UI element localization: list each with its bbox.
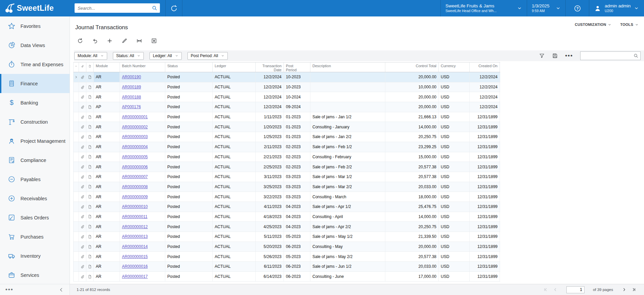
note-cell[interactable] [86,152,94,162]
note-cell[interactable] [86,252,94,261]
note-cell[interactable] [86,82,94,92]
note-cell[interactable] [86,192,94,202]
previous-page-button[interactable] [553,287,558,292]
note-cell[interactable] [86,262,94,271]
time-tracking-button[interactable] [165,0,182,16]
note-cell[interactable] [86,232,94,242]
table-row[interactable]: AR AR000000014 Posted ACTUAL 5/20/2023 0… [73,242,500,252]
sidebar-item[interactable]: Favorites [0,16,70,36]
save-view-icon[interactable] [552,53,558,59]
sidebar-item[interactable]: Receivables [0,189,70,208]
table-row[interactable]: AR AR000000011 Posted ACTUAL 4/18/2023 0… [73,212,500,222]
batch-number-link[interactable]: AR000000012 [122,224,148,229]
batch-number-link[interactable]: AR000190 [122,75,141,79]
batch-number-link[interactable]: AR000000007 [122,174,148,179]
attachment-cell[interactable] [79,212,86,222]
sidebar-item[interactable]: Compliance [0,151,70,170]
batch-number-link[interactable]: AR000189 [122,85,141,89]
filter-chip[interactable]: Post Period: All [187,52,228,60]
table-row[interactable]: AR AR000000008 Posted ACTUAL 3/25/2023 0… [73,182,500,192]
column-header-currency[interactable]: Currency [439,62,470,72]
toolbar-button[interactable] [135,37,143,45]
batch-number-link[interactable]: AR000000014 [122,244,148,249]
business-date-selector[interactable]: 1/3/2025 9:59 AM [527,0,565,16]
attachment-cell[interactable] [79,152,86,162]
table-row[interactable]: AR AR000000004 Posted ACTUAL 2/11/2023 0… [73,142,500,152]
attachment-cell[interactable] [79,222,86,231]
attachment-cell[interactable] [79,182,86,192]
attachment-cell[interactable] [79,112,86,122]
next-page-button[interactable] [621,287,627,292]
sidebar-item[interactable]: Finance [0,74,70,93]
user-menu[interactable]: admin admin U200 [589,0,644,16]
attachment-cell[interactable] [79,242,86,252]
search-icon[interactable] [152,5,158,11]
more-actions-icon[interactable]: ••• [565,54,573,57]
first-page-button[interactable] [543,287,548,292]
toolbar-button[interactable] [91,37,99,45]
table-row[interactable]: AR AR000000012 Posted ACTUAL 4/25/2023 0… [73,222,500,232]
note-cell[interactable] [86,172,94,182]
search-icon[interactable] [633,53,639,58]
sidebar-item[interactable]: Project Management [0,131,70,151]
attachment-cell[interactable] [79,262,86,271]
note-cell[interactable] [86,142,94,152]
column-settings-header[interactable] [74,62,79,72]
batch-number-link[interactable]: AR000000009 [122,195,148,199]
attachments-column-header[interactable] [79,62,86,72]
notes-column-header[interactable] [86,62,94,72]
column-header-ledger[interactable]: Ledger [213,62,256,72]
note-cell[interactable] [86,112,94,122]
note-cell[interactable] [86,132,94,142]
global-search-input[interactable] [75,3,160,13]
grid-search-input[interactable] [581,52,640,60]
filter-chip[interactable]: Module: All [74,52,107,60]
attachment-cell[interactable] [79,92,86,102]
filter-chip[interactable]: Status: All [113,52,144,60]
collapse-sidebar-icon[interactable] [58,287,64,293]
batch-number-link[interactable]: AR000000002 [122,125,148,129]
column-header-description[interactable]: Description [310,62,385,72]
batch-number-link[interactable]: AR000000016 [122,264,148,269]
batch-number-link[interactable]: AR000000011 [122,214,147,219]
attachment-cell[interactable] [79,82,86,92]
table-row[interactable]: AR AR000000007 Posted ACTUAL 3/11/2023 0… [73,172,500,182]
note-cell[interactable] [86,242,94,252]
attachment-cell[interactable] [79,162,86,172]
attachment-cell[interactable] [79,132,86,142]
sidebar-item[interactable]: Purchases [0,227,70,246]
attachment-cell[interactable] [79,72,86,82]
company-selector[interactable]: SweetLife Fruits & Jams SweetLife Head O… [440,0,527,16]
sidebar-item[interactable]: Services [0,265,70,285]
attachment-cell[interactable] [79,232,86,242]
note-cell[interactable] [86,272,94,282]
tools-menu[interactable]: TOOLS [620,23,639,27]
table-row[interactable]: AR AR000000013 Posted ACTUAL 5/11/2023 0… [73,232,500,242]
batch-number-link[interactable]: AP000176 [122,104,141,109]
batch-number-link[interactable]: AR000000017 [122,274,148,279]
more-menu-icon[interactable]: ••• [5,288,13,291]
attachment-cell[interactable] [79,142,86,152]
note-cell[interactable] [86,162,94,172]
toolbar-button[interactable] [76,37,84,45]
note-cell[interactable] [86,72,94,82]
note-cell[interactable] [86,92,94,102]
table-row[interactable]: AR AR000000002 Posted ACTUAL 1/20/2023 0… [73,122,500,132]
table-row[interactable]: AR AR000000005 Posted ACTUAL 2/21/2023 0… [73,152,500,162]
sidebar-item[interactable]: Data Views [0,36,70,55]
column-header-control-total[interactable]: Control Total [385,62,439,72]
table-row[interactable]: AR AR000189 Posted ACTUAL 12/2/2024 10-2… [73,82,500,92]
table-row[interactable]: AR AR000000006 Posted ACTUAL 2/25/2023 0… [73,162,500,172]
sidebar-item[interactable]: Payables [0,170,70,189]
note-cell[interactable] [86,212,94,222]
table-row[interactable]: AR AR000000003 Posted ACTUAL 1/25/2023 0… [73,132,500,142]
note-cell[interactable] [86,102,94,112]
column-header-module[interactable]: Module [94,62,120,72]
attachment-cell[interactable] [79,102,86,112]
attachment-cell[interactable] [79,202,86,212]
batch-number-link[interactable]: AR000000001 [122,115,148,119]
batch-number-link[interactable]: AR000000013 [122,234,148,239]
note-cell[interactable] [86,182,94,192]
attachment-cell[interactable] [79,272,86,282]
table-row[interactable]: AR AR000000016 Posted ACTUAL 6/11/2023 0… [73,262,500,272]
